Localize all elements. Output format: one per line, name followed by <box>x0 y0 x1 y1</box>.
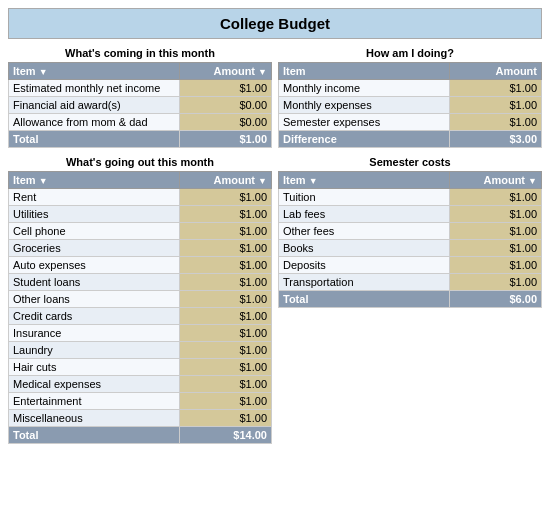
item-cell: Cell phone <box>9 223 180 240</box>
incoming-total-amount: $1.00 <box>179 131 271 148</box>
incoming-item-header[interactable]: Item ▼ <box>9 63 180 80</box>
semester-title: Semester costs <box>278 156 542 168</box>
outgoing-amount-header[interactable]: Amount ▼ <box>179 172 271 189</box>
table-row: Semester expenses$1.00 <box>279 114 542 131</box>
amount-cell[interactable]: $1.00 <box>179 308 271 325</box>
amount-cell[interactable]: $1.00 <box>179 80 271 97</box>
semester-item-header[interactable]: Item ▼ <box>279 172 450 189</box>
incoming-amount-header[interactable]: Amount ▼ <box>179 63 271 80</box>
table-row: Laundry$1.00 <box>9 342 272 359</box>
outgoing-total-row: Total $14.00 <box>9 427 272 444</box>
item-cell: Deposits <box>279 257 450 274</box>
incoming-total-label: Total <box>9 131 180 148</box>
amount-cell[interactable]: $1.00 <box>449 97 541 114</box>
table-row: Groceries$1.00 <box>9 240 272 257</box>
page-title: College Budget <box>8 8 542 39</box>
outgoing-item-header[interactable]: Item ▼ <box>9 172 180 189</box>
amount-cell[interactable]: $1.00 <box>179 206 271 223</box>
item-cell: Entertainment <box>9 393 180 410</box>
table-row: Insurance$1.00 <box>9 325 272 342</box>
table-row: Hair cuts$1.00 <box>9 359 272 376</box>
item-cell: Insurance <box>9 325 180 342</box>
item-cell: Miscellaneous <box>9 410 180 427</box>
table-row: Medical expenses$1.00 <box>9 376 272 393</box>
table-row: Books$1.00 <box>279 240 542 257</box>
semester-total-amount: $6.00 <box>449 291 541 308</box>
table-row: Auto expenses$1.00 <box>9 257 272 274</box>
incoming-total-row: Total $1.00 <box>9 131 272 148</box>
amount-cell[interactable]: $1.00 <box>179 291 271 308</box>
outgoing-title: What's going out this month <box>8 156 272 168</box>
table-row: Utilities$1.00 <box>9 206 272 223</box>
amount-cell[interactable]: $0.00 <box>179 97 271 114</box>
table-row: Cell phone$1.00 <box>9 223 272 240</box>
amount-cell[interactable]: $1.00 <box>449 257 541 274</box>
item-cell: Medical expenses <box>9 376 180 393</box>
semester-amount-header[interactable]: Amount ▼ <box>449 172 541 189</box>
item-cell: Groceries <box>9 240 180 257</box>
item-cell: Financial aid award(s) <box>9 97 180 114</box>
amount-cell[interactable]: $1.00 <box>449 223 541 240</box>
doing-item-header: Item <box>279 63 450 80</box>
table-row: Transportation$1.00 <box>279 274 542 291</box>
item-cell: Hair cuts <box>9 359 180 376</box>
item-cell: Monthly expenses <box>279 97 450 114</box>
table-row: Student loans$1.00 <box>9 274 272 291</box>
table-row: Other fees$1.00 <box>279 223 542 240</box>
item-cell: Semester expenses <box>279 114 450 131</box>
amount-cell[interactable]: $1.00 <box>449 80 541 97</box>
amount-cell[interactable]: $1.00 <box>179 376 271 393</box>
doing-section: How am I doing? Item Amount Monthly inco… <box>278 47 542 148</box>
amount-cell[interactable]: $1.00 <box>179 393 271 410</box>
amount-cell[interactable]: $1.00 <box>179 359 271 376</box>
item-cell: Estimated monthly net income <box>9 80 180 97</box>
item-cell: Monthly income <box>279 80 450 97</box>
amount-cell[interactable]: $1.00 <box>179 410 271 427</box>
item-cell: Transportation <box>279 274 450 291</box>
semester-section: Semester costs Item ▼ Amount ▼ Tuition$1… <box>278 156 542 444</box>
doing-total-amount: $3.00 <box>449 131 541 148</box>
item-cell: Other fees <box>279 223 450 240</box>
amount-cell[interactable]: $1.00 <box>179 342 271 359</box>
table-row: Financial aid award(s)$0.00 <box>9 97 272 114</box>
amount-cell[interactable]: $1.00 <box>179 257 271 274</box>
outgoing-table: Item ▼ Amount ▼ Rent$1.00Utilities$1.00C… <box>8 171 272 444</box>
table-row: Deposits$1.00 <box>279 257 542 274</box>
amount-cell[interactable]: $1.00 <box>449 240 541 257</box>
amount-cell[interactable]: $1.00 <box>179 240 271 257</box>
table-row: Lab fees$1.00 <box>279 206 542 223</box>
item-cell: Other loans <box>9 291 180 308</box>
outgoing-total-amount: $14.00 <box>179 427 271 444</box>
table-row: Allowance from mom & dad$0.00 <box>9 114 272 131</box>
table-row: Rent$1.00 <box>9 189 272 206</box>
semester-total-label: Total <box>279 291 450 308</box>
item-cell: Laundry <box>9 342 180 359</box>
amount-cell[interactable]: $1.00 <box>449 114 541 131</box>
table-row: Other loans$1.00 <box>9 291 272 308</box>
amount-cell[interactable]: $1.00 <box>179 223 271 240</box>
amount-cell[interactable]: $1.00 <box>179 274 271 291</box>
semester-table: Item ▼ Amount ▼ Tuition$1.00Lab fees$1.0… <box>278 171 542 308</box>
outgoing-section: What's going out this month Item ▼ Amoun… <box>8 156 272 444</box>
item-cell: Tuition <box>279 189 450 206</box>
incoming-table: Item ▼ Amount ▼ Estimated monthly net in… <box>8 62 272 148</box>
table-row: Estimated monthly net income$1.00 <box>9 80 272 97</box>
doing-title: How am I doing? <box>278 47 542 59</box>
item-cell: Rent <box>9 189 180 206</box>
table-row: Entertainment$1.00 <box>9 393 272 410</box>
incoming-section: What's coming in this month Item ▼ Amoun… <box>8 47 272 148</box>
item-cell: Credit cards <box>9 308 180 325</box>
amount-cell[interactable]: $1.00 <box>179 189 271 206</box>
doing-total-row: Difference $3.00 <box>279 131 542 148</box>
amount-cell[interactable]: $1.00 <box>179 325 271 342</box>
table-row: Monthly income$1.00 <box>279 80 542 97</box>
item-cell: Books <box>279 240 450 257</box>
amount-cell[interactable]: $0.00 <box>179 114 271 131</box>
table-row: Tuition$1.00 <box>279 189 542 206</box>
amount-cell[interactable]: $1.00 <box>449 206 541 223</box>
table-row: Monthly expenses$1.00 <box>279 97 542 114</box>
amount-cell[interactable]: $1.00 <box>449 189 541 206</box>
amount-cell[interactable]: $1.00 <box>449 274 541 291</box>
item-cell: Allowance from mom & dad <box>9 114 180 131</box>
item-cell: Utilities <box>9 206 180 223</box>
